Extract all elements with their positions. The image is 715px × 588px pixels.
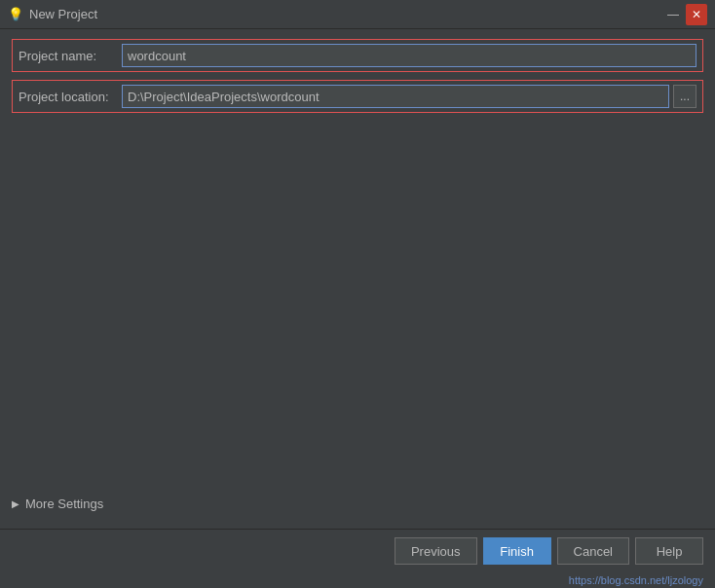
watermark-text: https://blog.csdn.net/ljzology bbox=[569, 574, 703, 586]
finish-button[interactable]: Finish bbox=[483, 537, 551, 565]
watermark: https://blog.csdn.net/ljzology bbox=[0, 572, 715, 588]
title-bar: 💡 New Project — ✕ bbox=[0, 0, 715, 29]
help-button[interactable]: Help bbox=[635, 537, 703, 565]
project-location-label: Project location: bbox=[19, 90, 116, 104]
chevron-right-icon: ▶ bbox=[12, 498, 19, 509]
project-name-input[interactable] bbox=[122, 44, 696, 67]
empty-space bbox=[12, 121, 703, 493]
close-button[interactable]: ✕ bbox=[686, 4, 707, 25]
project-location-input[interactable] bbox=[122, 85, 669, 108]
minimize-button[interactable]: — bbox=[662, 4, 684, 25]
browse-button[interactable]: ... bbox=[673, 85, 696, 108]
cancel-button[interactable]: Cancel bbox=[557, 537, 629, 565]
more-settings-label: More Settings bbox=[25, 496, 103, 511]
project-location-row: Project location: ... bbox=[12, 80, 703, 113]
project-name-label: Project name: bbox=[19, 49, 116, 63]
dialog-footer: Previous Finish Cancel Help bbox=[0, 529, 715, 572]
dialog-title: New Project bbox=[29, 7, 662, 21]
more-settings-toggle[interactable]: ▶ More Settings bbox=[12, 493, 703, 515]
window-controls: — ✕ bbox=[662, 4, 707, 25]
previous-button[interactable]: Previous bbox=[395, 537, 477, 565]
app-icon: 💡 bbox=[8, 7, 23, 22]
project-name-row: Project name: bbox=[12, 39, 703, 72]
dialog-content: Project name: Project location: ... ▶ Mo… bbox=[0, 29, 715, 529]
